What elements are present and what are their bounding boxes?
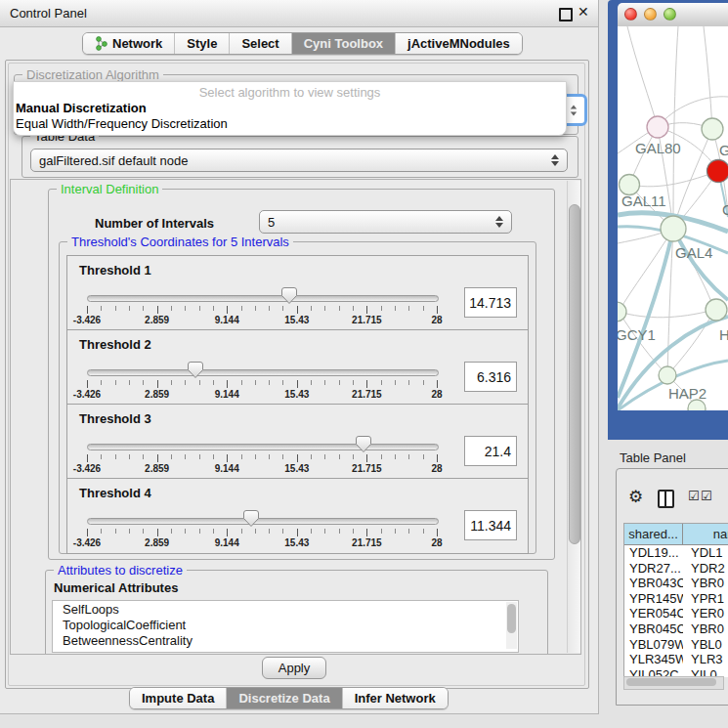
slider-track[interactable] bbox=[87, 295, 439, 302]
slider-thumb[interactable] bbox=[356, 436, 371, 453]
tab-infer-network[interactable]: Infer Network bbox=[343, 688, 448, 708]
list-item[interactable]: BetweennessCentrality bbox=[53, 632, 518, 648]
threshold-3-value-field[interactable]: 21.4 bbox=[464, 436, 517, 466]
network-canvas[interactable]: GAL80 GA C GAL11 GAL4 GCY1 H HAP2 bbox=[618, 26, 728, 410]
threshold-1-label: Threshold 1 bbox=[79, 263, 151, 278]
slider-tick-labels: -3.426 2.859 9.144 15.43 21.715 28 bbox=[87, 537, 437, 549]
threshold-4-panel: Threshold 4 -3.426 2.859 9.144 bbox=[66, 478, 529, 554]
table-row[interactable]: YLR345WYLR3 bbox=[624, 652, 728, 667]
threshold-3-slider[interactable]: -3.426 2.859 9.144 15.43 21.715 28 bbox=[87, 432, 437, 477]
slider-track[interactable] bbox=[87, 369, 439, 376]
slider-thumb[interactable] bbox=[281, 287, 297, 305]
checkbox-checked-icon[interactable]: ☑ bbox=[701, 489, 712, 503]
numerical-attributes-label: Numerical Attributes bbox=[54, 580, 178, 595]
node-table: shared... name YDL19...YDL1 YDR27...YDR2… bbox=[623, 523, 728, 677]
slider-track[interactable] bbox=[87, 444, 439, 450]
node-green-top[interactable] bbox=[702, 118, 723, 140]
column-header-name[interactable]: name bbox=[683, 524, 728, 544]
threshold-4-slider[interactable]: -3.426 2.859 9.144 15.43 21.715 28 bbox=[87, 506, 437, 551]
threshold-4-value-field[interactable]: 11.344 bbox=[464, 510, 517, 540]
attributes-group: Attributes to discretize Numerical Attri… bbox=[45, 570, 548, 655]
columns-icon[interactable] bbox=[658, 490, 674, 508]
list-item[interactable]: SelfLoops bbox=[53, 601, 518, 617]
settings-vertical-scrollbar[interactable] bbox=[567, 181, 580, 653]
table-toolbar: ⚙ ☑ ☑ bbox=[617, 485, 728, 514]
dropdown-option-manual[interactable]: Manual Discretization bbox=[16, 101, 147, 115]
spinner-up-icon bbox=[570, 105, 576, 108]
algorithm-group-label: Discretization Algorithm bbox=[22, 67, 163, 82]
network-nodes[interactable] bbox=[618, 116, 728, 410]
apply-button[interactable]: Apply bbox=[262, 657, 326, 679]
threshold-1-value-field[interactable]: 14.713 bbox=[464, 287, 517, 318]
tab-network[interactable]: Network bbox=[83, 33, 175, 54]
table-row[interactable]: YBR043CYBR0 bbox=[624, 576, 728, 591]
tab-label: Cyni Toolbox bbox=[304, 36, 383, 51]
node-hap2[interactable] bbox=[659, 366, 676, 384]
slider-track[interactable] bbox=[87, 518, 439, 525]
table-row[interactable]: YBL079WYBL0 bbox=[624, 637, 728, 653]
threshold-3-panel: Threshold 3 -3.426 2.859 9.144 bbox=[66, 404, 529, 480]
node-gal4[interactable] bbox=[661, 216, 686, 241]
threshold-2-value-field[interactable]: 6.316 bbox=[464, 362, 517, 392]
checkbox-checked-icon[interactable]: ☑ bbox=[688, 489, 700, 503]
network-view-window[interactable]: GAL80 GA C GAL11 GAL4 GCY1 H HAP2 bbox=[608, 0, 728, 440]
network-graph: GAL80 GA C GAL11 GAL4 GCY1 H HAP2 bbox=[618, 26, 728, 410]
scrollbar-thumb[interactable] bbox=[626, 678, 716, 686]
table-data-combobox[interactable]: galFiltered.sif default node bbox=[30, 149, 568, 172]
network-icon bbox=[95, 36, 107, 51]
tab-select[interactable]: Select bbox=[230, 33, 291, 54]
control-panel: Control Panel ✕ Network Style Select Cyn… bbox=[0, 0, 599, 714]
table-row[interactable]: YPR145WYPR1 bbox=[624, 591, 728, 607]
slider-thumb[interactable] bbox=[188, 362, 203, 379]
table-row[interactable]: YDL19...YDL1 bbox=[624, 545, 728, 561]
tab-impute-data[interactable]: Impute Data bbox=[130, 688, 227, 708]
table-rows: YDL19...YDL1 YDR27...YDR2 YBR043CYBR0 YP… bbox=[624, 545, 728, 677]
column-header-shared[interactable]: shared... bbox=[624, 524, 683, 544]
tab-label: jActiveMNodules bbox=[407, 36, 510, 51]
threshold-4-label: Threshold 4 bbox=[79, 486, 151, 500]
gear-icon[interactable]: ⚙ bbox=[628, 487, 643, 507]
node-right[interactable] bbox=[706, 299, 727, 321]
node-label-partial-h: H bbox=[719, 326, 728, 343]
settings-scroll-viewport: Interval Definition Number of Intervals … bbox=[10, 179, 581, 655]
table-row[interactable]: YBR045CYBR0 bbox=[624, 621, 728, 637]
interval-definition-group: Interval Definition Number of Intervals … bbox=[48, 189, 555, 560]
table-data-value: galFiltered.sif default node bbox=[39, 153, 188, 168]
table-row[interactable]: YDR27...YDR2 bbox=[624, 561, 728, 577]
tab-style[interactable]: Style bbox=[175, 33, 230, 54]
table-horizontal-scrollbar[interactable] bbox=[623, 676, 724, 690]
node-label-gal80: GAL80 bbox=[635, 140, 681, 156]
table-data-group: Table Data galFiltered.sif default node bbox=[21, 136, 578, 178]
list-scrollbar[interactable] bbox=[506, 602, 517, 649]
threshold-3-label: Threshold 3 bbox=[79, 411, 151, 426]
node-gal80[interactable] bbox=[647, 116, 668, 138]
float-panel-icon[interactable] bbox=[559, 8, 573, 21]
dropdown-option-equal-width[interactable]: Equal Width/Frequency Discretization bbox=[16, 116, 228, 131]
dropdown-hint: Select algorithm to view settings bbox=[14, 85, 566, 100]
tab-label: Style bbox=[187, 36, 217, 51]
bottom-tabbar: Impute Data Discretize Data Infer Networ… bbox=[129, 687, 449, 709]
node-red-selected[interactable] bbox=[707, 160, 728, 183]
scrollbar-thumb[interactable] bbox=[569, 204, 580, 544]
close-icon[interactable]: ✕ bbox=[578, 4, 589, 20]
network-window-titlebar[interactable] bbox=[618, 3, 728, 27]
node-gcy1[interactable] bbox=[618, 302, 626, 321]
threshold-2-slider[interactable]: -3.426 2.859 9.144 15.43 21.715 28 bbox=[87, 358, 437, 403]
number-of-intervals-label: Number of Intervals bbox=[95, 216, 214, 231]
slider-thumb[interactable] bbox=[243, 510, 259, 528]
close-traffic-light[interactable] bbox=[624, 8, 637, 21]
tab-cyni-toolbox[interactable]: Cyni Toolbox bbox=[292, 33, 396, 54]
table-row[interactable]: YER054CYER0 bbox=[624, 606, 728, 621]
threshold-2-label: Threshold 2 bbox=[79, 337, 151, 352]
minimize-traffic-light[interactable] bbox=[644, 8, 657, 21]
threshold-1-slider[interactable]: -3.426 2.859 9.144 15.43 21.715 28 bbox=[87, 283, 437, 328]
slider-ticks bbox=[87, 454, 437, 462]
threshold-2-panel: Threshold 2 -3.426 2.859 9.144 bbox=[66, 329, 529, 406]
tab-jactivemnodules[interactable]: jActiveMNodules bbox=[396, 33, 522, 54]
number-of-intervals-combobox[interactable]: 5 bbox=[259, 210, 512, 234]
zoom-traffic-light[interactable] bbox=[664, 8, 676, 21]
tab-discretize-data[interactable]: Discretize Data bbox=[227, 688, 342, 708]
list-item[interactable]: TopologicalCoefficient bbox=[53, 617, 518, 632]
node-label-partial-c: C bbox=[722, 201, 728, 218]
apply-row: Apply bbox=[6, 654, 586, 686]
